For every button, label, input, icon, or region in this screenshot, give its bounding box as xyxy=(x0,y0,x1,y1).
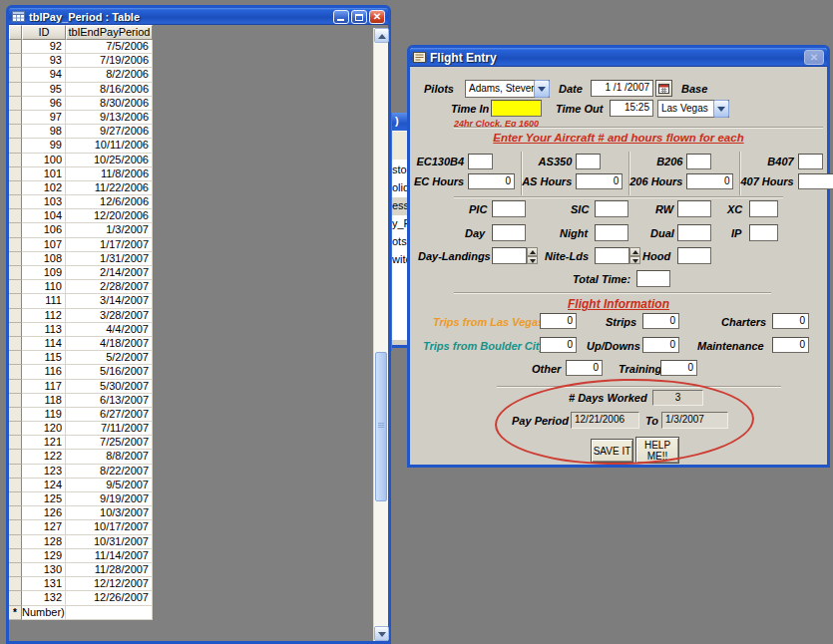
row-selector[interactable] xyxy=(9,436,22,450)
time-out-field[interactable]: 15:25 xyxy=(610,100,653,117)
row-selector[interactable] xyxy=(9,209,22,223)
day-field[interactable] xyxy=(492,224,526,241)
aircraft-number-field[interactable] xyxy=(686,154,711,169)
cell-id[interactable]: 92 xyxy=(22,40,66,54)
cell-date[interactable]: 5/30/2007 xyxy=(66,380,153,394)
stepper-up-icon[interactable] xyxy=(527,247,538,256)
row-selector[interactable] xyxy=(9,408,22,422)
row-selector[interactable] xyxy=(9,181,22,195)
cell-date[interactable]: 10/31/2007 xyxy=(66,535,153,549)
form-close-button[interactable]: ✕ xyxy=(804,50,824,65)
dual-field[interactable] xyxy=(677,224,711,241)
flight-entry-titlebar[interactable]: Flight Entry ✕ xyxy=(410,48,827,67)
cell-date[interactable]: 8/2/2006 xyxy=(66,68,153,82)
maximize-button[interactable] xyxy=(351,10,367,24)
cell-id[interactable]: 98 xyxy=(22,125,66,139)
scroll-down-button[interactable] xyxy=(374,626,389,641)
cell-date[interactable]: 9/27/2006 xyxy=(66,125,153,139)
cell-id[interactable]: 121 xyxy=(22,436,66,450)
row-selector[interactable] xyxy=(9,238,22,252)
row-selector[interactable] xyxy=(9,83,22,97)
stepper-up-icon[interactable] xyxy=(629,247,640,256)
aircraft-hours-field[interactable]: 0 xyxy=(468,173,515,189)
cell-date[interactable]: 9/19/2007 xyxy=(66,492,153,506)
trips-las-vegas-field[interactable]: 0 xyxy=(540,313,577,329)
aircraft-number-field[interactable] xyxy=(468,154,493,169)
day-landings-stepper[interactable] xyxy=(527,247,538,264)
row-selector[interactable] xyxy=(9,535,22,549)
stepper-down-icon[interactable] xyxy=(629,256,640,265)
save-button[interactable]: SAVE IT xyxy=(591,439,633,463)
cell-date[interactable]: 12/12/2007 xyxy=(66,577,153,591)
row-selector[interactable] xyxy=(9,479,22,492)
row-selector[interactable] xyxy=(9,68,22,82)
time-in-field[interactable] xyxy=(491,100,542,117)
cell-date[interactable]: 7/11/2007 xyxy=(66,422,153,436)
xc-field[interactable] xyxy=(749,200,778,217)
cell-date[interactable]: 12/20/2006 xyxy=(66,209,153,223)
cell-id[interactable]: 99 xyxy=(22,139,66,153)
cell-date[interactable]: 8/22/2007 xyxy=(66,465,153,479)
cell-id[interactable]: 111 xyxy=(22,294,66,308)
cell-id[interactable]: 122 xyxy=(22,450,66,464)
strips-field[interactable]: 0 xyxy=(642,313,679,329)
cell-date[interactable]: 1/3/2007 xyxy=(66,223,153,237)
row-selector[interactable] xyxy=(9,125,22,139)
aircraft-hours-field[interactable]: 0 xyxy=(576,173,623,189)
cell-id[interactable]: 130 xyxy=(22,563,66,577)
night-field[interactable] xyxy=(595,224,628,241)
cell-date[interactable]: 2/14/2007 xyxy=(66,266,153,280)
cell-id[interactable]: 126 xyxy=(22,506,66,520)
row-selector[interactable] xyxy=(9,139,22,153)
row-selector[interactable] xyxy=(9,309,22,323)
cell-date[interactable]: 4/4/2007 xyxy=(66,323,153,337)
pic-field[interactable] xyxy=(492,200,526,217)
cell-date[interactable]: 7/25/2007 xyxy=(66,436,153,450)
cell-date[interactable]: 11/22/2006 xyxy=(66,181,153,195)
endpayperiod-column-header[interactable]: tblEndPayPeriod xyxy=(66,25,153,40)
sic-field[interactable] xyxy=(595,200,628,217)
cell-date[interactable]: 11/14/2007 xyxy=(66,549,153,563)
cell-id[interactable]: 116 xyxy=(22,365,66,379)
scrollbar-thumb[interactable] xyxy=(375,352,387,501)
row-selector[interactable] xyxy=(9,465,22,479)
row-selector[interactable] xyxy=(9,577,22,591)
row-selector[interactable] xyxy=(9,506,22,520)
row-selector[interactable] xyxy=(9,492,22,506)
cell-id[interactable]: 112 xyxy=(22,309,66,323)
cell-id[interactable]: 120 xyxy=(22,422,66,436)
total-time-field[interactable] xyxy=(636,270,670,287)
cell-date[interactable]: 10/3/2007 xyxy=(66,506,153,520)
hood-field[interactable] xyxy=(677,247,711,264)
up-downs-field[interactable]: 0 xyxy=(642,337,679,353)
pilots-combobox[interactable]: Adams, Steven xyxy=(465,80,550,98)
row-selector[interactable] xyxy=(9,154,22,167)
aircraft-number-field[interactable] xyxy=(798,154,823,169)
cell-id[interactable]: 125 xyxy=(22,492,66,506)
trips-boulder-city-field[interactable]: 0 xyxy=(540,337,577,353)
day-landings-field[interactable] xyxy=(492,247,527,264)
row-selector[interactable] xyxy=(9,111,22,125)
chevron-down-icon[interactable] xyxy=(713,100,729,118)
cell-id[interactable]: 127 xyxy=(22,520,66,534)
row-selector[interactable] xyxy=(9,323,22,337)
row-selector[interactable] xyxy=(9,54,22,68)
row-selector[interactable] xyxy=(9,394,22,408)
row-selector[interactable] xyxy=(9,223,22,237)
selector-column-header[interactable] xyxy=(9,25,22,40)
cell-id[interactable]: 123 xyxy=(22,465,66,479)
row-selector[interactable] xyxy=(9,252,22,266)
aircraft-number-field[interactable] xyxy=(576,154,601,169)
cell-id[interactable]: 119 xyxy=(22,408,66,422)
row-selector[interactable] xyxy=(9,294,22,308)
cell-date[interactable]: 12/6/2006 xyxy=(66,195,153,209)
cell-id[interactable]: 117 xyxy=(22,380,66,394)
cell-id[interactable]: 106 xyxy=(22,223,66,237)
row-selector[interactable] xyxy=(9,337,22,351)
row-selector[interactable] xyxy=(9,520,22,534)
nite-lds-stepper[interactable] xyxy=(629,247,640,264)
cell-id[interactable]: 97 xyxy=(22,111,66,125)
cell-id[interactable]: 129 xyxy=(22,549,66,563)
row-selector[interactable] xyxy=(9,549,22,563)
ip-field[interactable] xyxy=(749,224,778,241)
